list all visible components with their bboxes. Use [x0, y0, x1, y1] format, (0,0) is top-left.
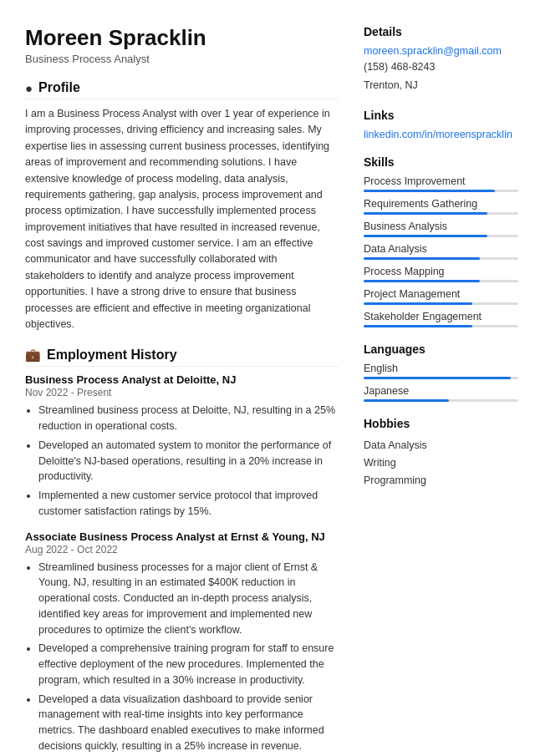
skill-bar-fill	[364, 212, 487, 215]
skill-item: Requirements Gathering	[364, 198, 518, 215]
job-title-text: Associate Business Process Analyst at Er…	[25, 530, 339, 543]
profile-text: I am a Business Process Analyst with ove…	[25, 106, 339, 332]
job-dates: Aug 2022 - Oct 2022	[25, 544, 339, 556]
skill-label: Business Analysis	[364, 221, 518, 232]
job-title: Business Process Analyst	[25, 53, 339, 65]
language-item: Japanese	[364, 385, 518, 402]
skill-bar-fill	[364, 325, 472, 327]
language-bar-fill	[364, 377, 511, 379]
hobbies-title: Hobbies	[364, 417, 518, 430]
skill-bar-fill	[364, 257, 480, 260]
skill-bar-fill	[364, 280, 480, 282]
email[interactable]: moreen.spracklin@gmail.com	[364, 45, 518, 57]
job-bullet: Developed a data visualization dashboard…	[38, 692, 339, 754]
job-bullet: Developed a comprehensive training progr…	[38, 641, 339, 688]
location: Trenton, NJ	[364, 78, 518, 94]
job-bullets: Streamlined business process at Deloitte…	[25, 403, 339, 519]
language-item: English	[364, 363, 518, 379]
profile-section: ● Profile I am a Business Process Analys…	[25, 80, 339, 332]
languages-title: Languages	[364, 342, 518, 356]
skill-bar-bg	[364, 257, 518, 260]
job-bullet: Implemented a new customer service proto…	[38, 488, 339, 520]
hobby-item: Writing	[364, 454, 518, 472]
language-bar-bg	[364, 399, 518, 402]
job-item: Business Process Analyst at Deloitte, NJ…	[25, 373, 339, 519]
job-item: Associate Business Process Analyst at Er…	[25, 530, 339, 754]
skills-title: Skills	[364, 155, 518, 169]
name: Moreen Spracklin	[25, 25, 339, 51]
skill-bar-bg	[364, 235, 518, 237]
skill-item: Process Mapping	[364, 266, 518, 282]
links-section: Links linkedin.com/in/moreenspracklin	[364, 109, 518, 140]
linkedin-link[interactable]: linkedin.com/in/moreenspracklin	[364, 129, 518, 140]
job-title-text: Business Process Analyst at Deloitte, NJ	[25, 373, 339, 386]
job-bullet: Streamlined business processes for a maj…	[38, 560, 339, 638]
skill-item: Data Analysis	[364, 243, 518, 260]
skills-section: Skills Process ImprovementRequirements G…	[364, 155, 518, 327]
skill-item: Project Management	[364, 288, 518, 305]
job-bullet: Developed an automated system to monitor…	[38, 438, 339, 485]
language-bar-fill	[364, 399, 449, 402]
skill-item: Business Analysis	[364, 221, 518, 237]
skill-label: Requirements Gathering	[364, 198, 518, 210]
links-title: Links	[364, 109, 518, 122]
job-bullet: Streamlined business process at Deloitte…	[38, 403, 339, 434]
skill-item: Stakeholder Engagement	[364, 311, 518, 327]
skill-bar-fill	[364, 235, 487, 237]
language-label: English	[364, 363, 518, 374]
skill-label: Stakeholder Engagement	[364, 311, 518, 322]
skill-label: Project Management	[364, 288, 518, 300]
languages-section: Languages EnglishJapanese	[364, 342, 518, 402]
hobby-item: Data Analysis	[364, 437, 518, 454]
language-label: Japanese	[364, 385, 518, 397]
hobby-item: Programming	[364, 472, 518, 490]
skill-label: Data Analysis	[364, 243, 518, 255]
skill-bar-bg	[364, 212, 518, 215]
job-dates: Nov 2022 - Present	[25, 387, 339, 398]
skill-bar-bg	[364, 302, 518, 305]
employment-section-label: Employment History	[47, 348, 177, 363]
details-section: Details moreen.spracklin@gmail.com (158)…	[364, 25, 518, 94]
job-bullets: Streamlined business processes for a maj…	[25, 560, 339, 754]
skill-label: Process Mapping	[364, 266, 518, 277]
phone: (158) 468-8243	[364, 59, 518, 75]
employment-icon: 💼	[25, 348, 41, 363]
skill-bar-fill	[364, 302, 472, 305]
skill-item: Process Improvement	[364, 175, 518, 192]
details-title: Details	[364, 25, 518, 38]
profile-section-label: Profile	[38, 80, 80, 95]
skill-bar-bg	[364, 280, 518, 282]
language-bar-bg	[364, 377, 518, 379]
profile-icon: ●	[25, 81, 33, 95]
skill-bar-fill	[364, 190, 495, 192]
hobbies-section: Hobbies Data AnalysisWritingProgramming	[364, 417, 518, 490]
employment-section: 💼 Employment History Business Process An…	[25, 348, 339, 753]
skill-bar-bg	[364, 190, 518, 192]
skill-bar-bg	[364, 325, 518, 327]
skill-label: Process Improvement	[364, 175, 518, 187]
